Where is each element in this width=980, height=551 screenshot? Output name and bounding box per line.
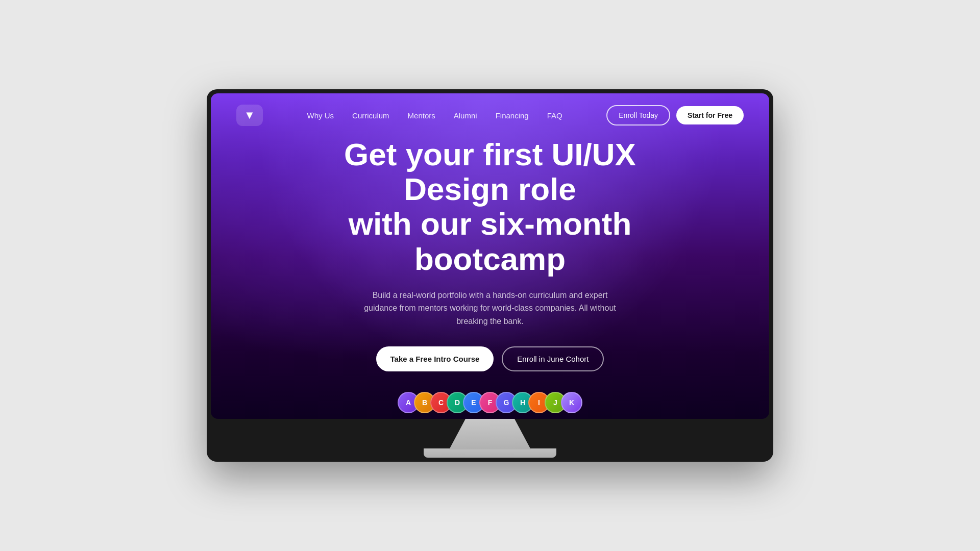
avatars-row: A B C D E F G H I J K: [398, 392, 582, 413]
nav-links: Why Us Curriculum Mentors Alumni Financi…: [307, 111, 562, 120]
nav-link-alumni[interactable]: Alumni: [454, 111, 477, 120]
avatar-11: K: [561, 392, 582, 413]
monitor-outer: ▼ Why Us Curriculum Mentors Alumni Finan…: [207, 89, 773, 462]
logo-icon: ▼: [244, 110, 255, 121]
take-free-intro-button[interactable]: Take a Free Intro Course: [376, 346, 494, 371]
enroll-today-button[interactable]: Enroll Today: [606, 105, 670, 126]
hero-buttons: Take a Free Intro Course Enroll in June …: [376, 346, 604, 371]
nav-link-financing[interactable]: Financing: [496, 111, 529, 120]
nav-link-why-us[interactable]: Why Us: [307, 111, 334, 120]
monitor-stand: [449, 419, 531, 449]
hero-title-line2: with our six-month bootcamp: [349, 206, 632, 276]
page-wrapper: ▼ Why Us Curriculum Mentors Alumni Finan…: [207, 89, 773, 462]
hero-subtitle: Build a real-world portfolio with a hand…: [357, 289, 623, 328]
enroll-june-cohort-button[interactable]: Enroll in June Cohort: [502, 346, 604, 371]
hero-title: Get your first UI/UX Design role with ou…: [291, 137, 689, 277]
hero-title-line1: Get your first UI/UX Design role: [344, 137, 636, 207]
nav-buttons: Enroll Today Start for Free: [606, 105, 744, 126]
start-for-free-button[interactable]: Start for Free: [676, 106, 744, 124]
nav-link-faq[interactable]: FAQ: [547, 111, 562, 120]
hero-section: Get your first UI/UX Design role with ou…: [211, 137, 769, 419]
nav-link-mentors[interactable]: Mentors: [408, 111, 435, 120]
logo-wrapper[interactable]: ▼: [236, 105, 263, 126]
navbar: ▼ Why Us Curriculum Mentors Alumni Finan…: [211, 93, 769, 137]
nav-link-curriculum[interactable]: Curriculum: [352, 111, 389, 120]
monitor-base: [424, 448, 556, 458]
monitor-screen: ▼ Why Us Curriculum Mentors Alumni Finan…: [211, 93, 769, 419]
